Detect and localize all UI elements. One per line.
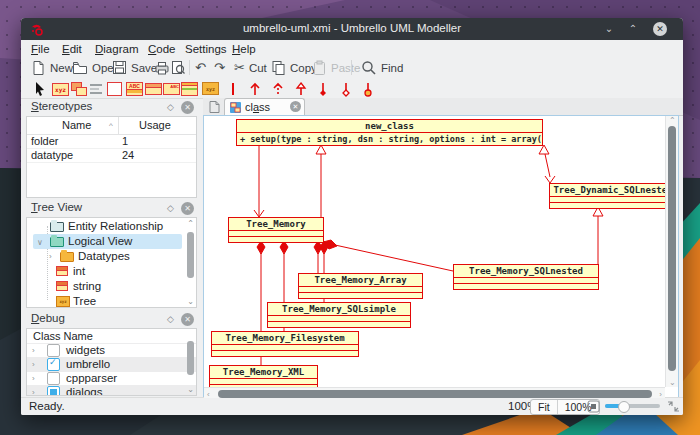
close-panel-icon[interactable]: ✕ (181, 202, 194, 215)
debug-item-cppparser[interactable]: › cppparser (27, 371, 196, 386)
debug-scrollbar[interactable] (187, 341, 194, 375)
box-tool[interactable] (107, 82, 122, 96)
table-row[interactable]: folder 1 (27, 134, 196, 149)
chevron-down-icon[interactable]: ∨ (37, 238, 43, 247)
scroll-left-icon[interactable]: ‹ (207, 390, 210, 399)
fit-button[interactable]: Fit (531, 400, 558, 414)
float-panel-icon[interactable]: ◇ (164, 101, 177, 114)
class-box-tree-memory-sqlsimple[interactable]: Tree_Memory_SQLsimple (267, 302, 411, 328)
datatype-tool[interactable]: ABC (163, 83, 180, 95)
class-box-tree-memory-sqlnested[interactable]: Tree_Memory_SQLnested (453, 264, 599, 290)
interface-tool[interactable] (145, 83, 162, 95)
scroll-up-icon[interactable]: ⌃ (187, 219, 194, 228)
vertical-scroll-handle[interactable] (668, 126, 676, 371)
find-button[interactable]: Find (361, 59, 403, 76)
zoom-fit-page-button[interactable] (587, 400, 600, 413)
generalization-sqlnested-dynamic[interactable] (593, 207, 603, 264)
generalization-sqlnest-newclass[interactable] (539, 145, 555, 183)
debug-item-umbrello[interactable]: › umbrello (27, 357, 196, 372)
scroll-down-icon[interactable]: ⌄ (187, 385, 194, 394)
titlebar[interactable]: umbrello-uml.xmi - Umbrello UML Modeller… (21, 18, 683, 41)
diagram-canvas[interactable]: new_class + setup(type : string, dsn : s… (203, 115, 679, 399)
chevron-right-icon[interactable]: › (32, 374, 35, 383)
column-usage[interactable]: Usage (139, 119, 171, 131)
new-button[interactable]: New (31, 59, 73, 76)
class-box-tree-memory[interactable]: Tree_Memory (228, 217, 324, 243)
aggregation-tool[interactable] (338, 81, 354, 97)
scroll-down-icon[interactable]: ⌄ (187, 297, 194, 306)
print-button[interactable] (154, 59, 170, 76)
checkbox-unchecked[interactable] (47, 344, 60, 357)
association-tool[interactable] (225, 81, 241, 97)
stereotypes-table-header[interactable]: Name ^ Usage (27, 117, 196, 135)
menu-settings[interactable]: Settings (180, 41, 232, 57)
stereotypes-panel-header[interactable]: Stereotypes ◇ ✕ (25, 98, 199, 116)
debug-panel-header[interactable]: Debug ◇ ✕ (25, 310, 199, 328)
table-row[interactable]: datatype 24 (27, 148, 196, 163)
select-tool[interactable] (32, 81, 48, 97)
close-panel-icon[interactable]: ✕ (181, 101, 194, 114)
horizontal-scroll-handle[interactable] (218, 390, 652, 398)
tree-item-entity-relationship-model[interactable]: Entity Relationship Model (27, 219, 196, 234)
chevron-right-icon[interactable]: › (32, 388, 35, 396)
canvas-vertical-scrollbar[interactable]: ⌃ ⌄ (665, 116, 678, 387)
close-panel-icon[interactable]: ✕ (181, 313, 194, 326)
association-newclass-treememory[interactable] (254, 145, 264, 217)
debug-item-widgets[interactable]: › widgets (27, 343, 196, 358)
tree-item-tree[interactable]: xyz Tree (27, 294, 196, 308)
save-button[interactable]: Save (112, 59, 157, 76)
dependency-tool[interactable] (270, 81, 286, 97)
tree-view-panel-header[interactable]: Tree View ◇ ✕ (25, 199, 199, 217)
resize-corner-icon[interactable] (667, 400, 680, 413)
cut-button[interactable]: ✂ Cut (234, 59, 267, 76)
menu-code[interactable]: Code (143, 41, 181, 57)
class-box-tree-memory-filesystem[interactable]: Tree_Memory_Filesystem (211, 331, 359, 357)
composition-tool[interactable] (315, 81, 331, 97)
chevron-right-icon[interactable]: › (49, 252, 52, 261)
chevron-right-icon[interactable]: › (32, 360, 35, 369)
maximize-button[interactable]: ⌃ (625, 21, 641, 37)
menu-help[interactable]: Help (227, 41, 261, 57)
tree-view-scrollbar[interactable] (187, 232, 194, 278)
copy-button[interactable]: Copy (271, 59, 317, 76)
new-tab-button[interactable] (208, 100, 221, 113)
tree-item-logical-view[interactable]: ∨ Logical View (33, 234, 182, 249)
enum-tool[interactable] (181, 82, 198, 96)
chevron-right-icon[interactable]: › (32, 346, 35, 355)
composition-sqlnested[interactable] (323, 240, 453, 271)
checkbox-checked[interactable] (47, 358, 60, 371)
menu-diagram[interactable]: Diagram (90, 41, 143, 57)
class-box-tree-dynamic-sqlnested[interactable]: Tree_Dynamic_SQLnested (549, 183, 677, 209)
tree-item-string[interactable]: string (27, 279, 196, 294)
tree-item-int[interactable]: int (27, 264, 196, 279)
containment-tool[interactable] (360, 81, 376, 97)
uni-association-tool[interactable] (247, 81, 263, 97)
tab-class-diagram[interactable]: class diagram ✕ (224, 98, 305, 116)
close-button[interactable]: ✕ (653, 22, 667, 36)
generalization-treememory-newclass[interactable] (316, 145, 326, 217)
zoom-slider-handle[interactable] (618, 401, 630, 413)
generalization-tool[interactable] (293, 81, 309, 97)
paste-button[interactable]: Paste (312, 59, 360, 76)
minimize-button[interactable]: ⌄ (601, 21, 617, 37)
checkbox-partial[interactable] (47, 386, 60, 396)
canvas-horizontal-scrollbar[interactable]: ‹ › (204, 387, 665, 399)
float-panel-icon[interactable]: ◇ (164, 202, 177, 215)
scroll-down-icon[interactable]: ⌄ (669, 378, 676, 387)
undo-button[interactable]: ↶ (195, 59, 206, 76)
column-name[interactable]: Name (62, 119, 91, 131)
menu-file[interactable]: File (26, 41, 55, 57)
redo-button[interactable]: ↷ (214, 59, 225, 76)
class-tool[interactable]: ABC (126, 82, 143, 96)
package-tool[interactable]: xyz (202, 82, 219, 95)
tree-item-datatypes[interactable]: › Datatypes (27, 249, 196, 264)
note-tool[interactable] (90, 84, 102, 94)
class-box-new-class[interactable]: new_class + setup(type : string, dsn : s… (236, 119, 543, 146)
menu-edit[interactable]: Edit (57, 41, 87, 57)
class-box-tree-memory-array[interactable]: Tree_Memory_Array (298, 273, 423, 299)
float-panel-icon[interactable]: ◇ (164, 313, 177, 326)
print-preview-button[interactable] (170, 59, 186, 76)
debug-item-dialogs[interactable]: › dialogs (27, 385, 196, 396)
scroll-right-icon[interactable]: › (659, 390, 662, 399)
text-tool[interactable]: xyz (52, 83, 69, 96)
